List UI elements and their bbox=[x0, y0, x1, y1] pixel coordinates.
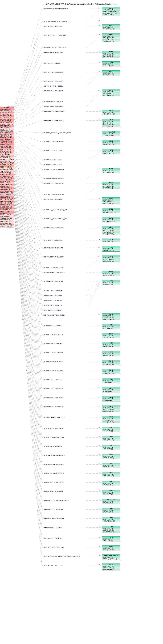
svg-line-96 bbox=[14, 182, 42, 398]
target-table-header: TMAM bbox=[102, 454, 120, 456]
mapping-label: REFEKPO-BWTAR = T149D-BWTAR bbox=[43, 370, 64, 372]
mapping-label: REFEKPO-PUNEI = T006-MSEHI bbox=[43, 304, 62, 306]
svg-line-22 bbox=[14, 102, 42, 125]
mapping-label: REFEKPO-MEINS = T006-MSEHI bbox=[43, 300, 62, 301]
svg-line-9 bbox=[86, 35, 102, 48]
target-field: MANDT [CLNT (3)] bbox=[102, 219, 120, 221]
target-field: MANDT [CLNT (3)] bbox=[102, 282, 120, 283]
mapping-label: REFEKPO-MFRGR = TMFG-MFRGR bbox=[43, 464, 64, 465]
svg-line-12 bbox=[14, 63, 42, 117]
target-table-adrc: ADRCCLIENT [CLNT (3)]ADDRNUMBER [CHAR (1… bbox=[102, 7, 120, 16]
target-table-t163l: T163LMANDT [CLNT (3)]BSTAE [CHAR (4)] bbox=[102, 396, 120, 402]
target-field: MANDT [CLNT (3)] bbox=[102, 52, 120, 54]
target-field: MANDT [CLNT (3)] bbox=[102, 133, 120, 134]
refekpo-field: LTSNR [CHAR (6)] bbox=[0, 172, 14, 174]
refekpo-field: BEDNR [CHAR (10)] bbox=[0, 118, 14, 120]
target-field: BSGRU [CHAR (3)] bbox=[102, 439, 120, 441]
target-table-header: TMFG bbox=[102, 463, 120, 464]
target-field: BANFN [CHAR (10)] bbox=[102, 54, 120, 56]
refekpo-field: EKKOL [CHAR (4)] bbox=[0, 138, 14, 140]
target-field: MANDT [CLNT (3)] bbox=[102, 474, 120, 475]
target-table-header: EINA bbox=[102, 62, 120, 63]
target-field: LTSNR [CHAR (6)] bbox=[102, 569, 120, 570]
svg-line-48 bbox=[14, 145, 42, 199]
relation-cardinality: 0..N bbox=[98, 208, 100, 210]
target-table-t023: T023MANDT [CLNT (3)]MATKL [CHAR (9)] bbox=[102, 324, 120, 329]
target-field: KNTTP [CHAR (1)] bbox=[102, 391, 120, 392]
target-table-header: T6WSP bbox=[102, 427, 120, 428]
svg-line-112 bbox=[14, 194, 42, 474]
mapping-label: REFEKPO-EMATN = MARA-MATNR bbox=[43, 169, 64, 170]
svg-line-2 bbox=[14, 22, 42, 110]
target-field: NATION [CHAR (1)] bbox=[102, 14, 120, 16]
svg-line-132 bbox=[14, 210, 42, 565]
target-field: MATNR [CHAR (18)] bbox=[102, 185, 120, 187]
target-field: MANDT [CLNT (3)] bbox=[102, 199, 120, 201]
target-table-header: T001 bbox=[102, 246, 120, 248]
target-table-header: TINC bbox=[102, 445, 120, 446]
svg-line-56 bbox=[14, 151, 42, 240]
mapping-label: REFEKPO-BSTAE = T163L-BSTAE bbox=[43, 397, 63, 399]
target-table-tq05: TQ05MANDT [CLNT (3)]FOTYP [CHAR (8)] bbox=[102, 508, 120, 513]
mapping-label: REFEKPO-BPRME = T006-MSEHI bbox=[43, 281, 63, 282]
refekpo-field: PSTYP [CHAR (1)] bbox=[0, 189, 14, 190]
target-table-t6wsp: T6WSPMANDT [CLNT (3)]SAISO [CHAR (4)] bbox=[102, 426, 120, 432]
target-field: BUKRS [CHAR (4)] bbox=[102, 250, 120, 252]
svg-line-88 bbox=[14, 176, 42, 362]
relation-cardinality: 1..N bbox=[98, 239, 100, 240]
mapping-label: REFEKPO-LGORT = T001L-LGORT bbox=[43, 256, 63, 258]
refekpo-field: NETWR [CURR (13)] bbox=[0, 192, 14, 194]
target-table-header: T163 bbox=[102, 378, 120, 380]
mapping-label: REFEKPO-ANFPS = EKPO-EBELP bbox=[43, 90, 63, 92]
mapping-label: REFEKPO-SATNR = MARA-MATNR bbox=[43, 183, 64, 184]
mapping-label: REFEKPO-MATKL = T023-MATKL bbox=[43, 325, 62, 326]
target-field: MSEHI [UNIT (3)] bbox=[102, 283, 120, 285]
svg-line-76 bbox=[14, 167, 42, 310]
target-table-header: LFA1 bbox=[102, 149, 120, 151]
target-field: FIPOS [CHAR (14)] bbox=[102, 124, 120, 126]
relation-cardinality: 0..N bbox=[98, 168, 100, 170]
target-field: EBELP [NUMC (5)] bbox=[102, 94, 120, 96]
target-field: ABUEB [CHAR (4)] bbox=[102, 410, 120, 412]
target-field: USEQU [CHAR (1)] bbox=[102, 475, 120, 477]
target-field: MWSKZ [CHAR (2)] bbox=[102, 318, 120, 320]
refekpo-field: PUNEI [UNIT (3)] bbox=[0, 182, 14, 184]
svg-line-66 bbox=[14, 159, 42, 282]
target-table-t163p: T163PMANDT [CLNT (3)]WERKS [CHAR (4)]ABU… bbox=[102, 405, 120, 412]
target-table-header: MARA bbox=[102, 168, 120, 170]
relation-cardinality: 0..N bbox=[98, 198, 100, 199]
mapping-label: REFEKPO-KO_PPRCTR = CEPC-PRCTR bbox=[43, 34, 67, 36]
relation-cardinality: 1..N bbox=[98, 508, 100, 509]
target-table-tvlk: TVLKMANDT [CLNT (3)]LFART [CHAR (4)] bbox=[102, 536, 120, 542]
relation-cardinality: 1..N bbox=[98, 454, 100, 455]
mapping-label: REFEKPO-FOTYP = TQ05-FOTYP bbox=[43, 509, 63, 510]
relation-cardinality: 1..N bbox=[98, 378, 100, 380]
target-field: ADDRNUMBER [CHAR (10)] bbox=[102, 11, 120, 12]
relation-cardinality: 1..N bbox=[98, 333, 100, 334]
target-table-header: KNA1 bbox=[102, 140, 120, 142]
target-field: PRQ_REQ [NUMC (8)] bbox=[102, 212, 120, 213]
mapping-label: REFEKPO-WERKS = T001W-WERKS bbox=[43, 272, 65, 273]
relation-cardinality: 1..N bbox=[98, 51, 100, 52]
target-field: CLIENT [CLNT (3)] bbox=[102, 9, 120, 11]
target-field: MTART [CHAR (4)] bbox=[102, 346, 120, 347]
target-table-t001: T001MANDT [CLNT (3)]BUKRS [CHAR (4)] bbox=[102, 246, 120, 252]
target-field: MANDT [CLNT (3)] bbox=[102, 210, 120, 212]
svg-line-116 bbox=[14, 198, 42, 492]
refekpo-field: NETPR [CURR (11)] bbox=[0, 127, 14, 128]
refekpo-field: KTPNR [NUMC (3)] bbox=[0, 206, 14, 207]
refekpo-field: BUKRS [CHAR (4)] bbox=[0, 115, 14, 117]
target-field: MANDT [CLNT (3)] bbox=[102, 456, 120, 457]
mapping-label: REFEKPO-GEWEI = T006-MSEHI bbox=[43, 290, 62, 291]
refekpo-field: SATNR [CHAR (18)] bbox=[0, 140, 14, 142]
target-field: MANDT [CLNT (3)] bbox=[102, 528, 120, 529]
mapping-label: REFEKPO-ANFNR = EKKO-EBELN bbox=[43, 72, 63, 73]
target-table-kna1: KNA1MANDT [CLNT (3)]KUNNR [CHAR (10)] bbox=[102, 140, 120, 146]
refekpo-field: MENGE [QUAN (13)] bbox=[0, 124, 14, 125]
target-table-t000: T000MANDT [CLNT (3)] bbox=[102, 238, 120, 242]
target-table-eslh: ESLHMANDT [CLNT (3)]PACKNO [NUMC (10)] bbox=[102, 110, 120, 115]
target-field: PACKNO [NUMC (10)] bbox=[102, 113, 120, 115]
relation-cardinality: 0..N bbox=[98, 218, 100, 219]
relation-cardinality: 1..N bbox=[98, 256, 100, 257]
svg-line-128 bbox=[14, 207, 42, 547]
